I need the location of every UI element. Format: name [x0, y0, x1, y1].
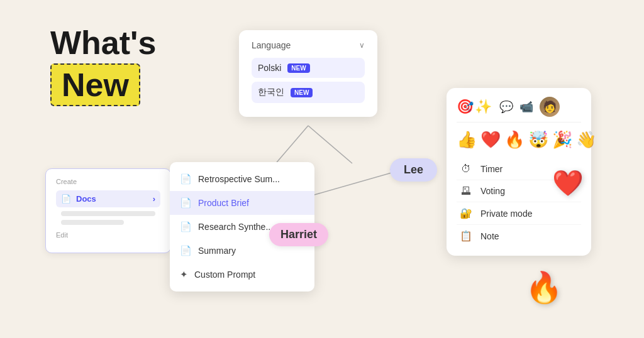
edit-section-label: Edit — [56, 231, 160, 239]
new-tag-polski: NEW — [287, 63, 309, 73]
reaction-wave[interactable]: 👋 — [576, 130, 596, 150]
arrow-icon: › — [153, 194, 155, 204]
floating-heart: ❤️ — [552, 168, 584, 198]
language-card: Language ∨ Polski NEW 한국인 NEW — [239, 30, 377, 117]
docs-label: Docs — [76, 194, 96, 204]
reactions-row: 👍 ❤️ 🔥 🤯 🎉 👋 — [457, 130, 581, 150]
chat-icon[interactable]: 💬 — [499, 100, 513, 114]
placeholder-2 — [61, 220, 124, 225]
language-text-korean: 한국인 — [258, 87, 284, 98]
whats-new-section: What's New — [50, 25, 156, 106]
svg-line-1 — [308, 126, 352, 163]
note-icon: 📋 — [459, 230, 473, 242]
video-icon[interactable]: 📹 — [519, 100, 533, 114]
harriet-bubble: Harriet — [269, 223, 328, 246]
new-badge: New — [50, 63, 140, 106]
lock-icon: 🔐 — [459, 207, 473, 219]
language-label: Language — [252, 40, 291, 50]
tool-label-private: Private mode — [480, 209, 532, 219]
create-section-label: Create — [56, 178, 160, 185]
menu-text-retrospective: Retrospective Sum... — [198, 174, 280, 184]
doc-icon-2: 📄 — [180, 197, 192, 209]
tool-label-note: Note — [480, 231, 499, 241]
reaction-heart[interactable]: ❤️ — [480, 130, 501, 150]
placeholder-1 — [61, 211, 155, 216]
tool-label-timer: Timer — [480, 164, 502, 174]
create-panel: Create 📄 Docs › Edit — [45, 168, 171, 253]
chevron-down-icon[interactable]: ∨ — [359, 41, 365, 50]
reaction-fire[interactable]: 🔥 — [504, 130, 525, 150]
language-item-korean[interactable]: 한국인 NEW — [252, 82, 365, 103]
avatar[interactable]: 🧑 — [540, 97, 560, 117]
menu-item-product-brief[interactable]: 📄 Product Brief — [170, 191, 314, 215]
edit-section: Edit — [56, 231, 160, 239]
tool-label-voting: Voting — [480, 186, 505, 196]
lee-bubble: Lee — [390, 158, 437, 182]
voting-icon: 🗳 — [459, 185, 473, 197]
tool-item-note[interactable]: 📋 Note — [457, 225, 581, 247]
language-text-polski: Polski — [258, 63, 281, 73]
doc-icon-1: 📄 — [180, 173, 192, 185]
menu-item-retrospective[interactable]: 📄 Retrospective Sum... — [170, 167, 314, 191]
reaction-thumbsup[interactable]: 👍 — [457, 130, 477, 150]
svg-line-2 — [314, 170, 402, 195]
right-panel-header: 🎯✨ 💬 📹 🧑 — [457, 97, 581, 123]
menu-item-custom-prompt[interactable]: ✦ Custom Prompt — [170, 263, 314, 286]
timer-icon: ⏱ — [459, 163, 473, 175]
floating-fire: 🔥 — [525, 270, 563, 305]
reaction-party[interactable]: 🎉 — [552, 130, 572, 150]
menu-text-summary: Summary — [198, 246, 236, 256]
reaction-explode[interactable]: 🤯 — [528, 130, 548, 150]
doc-icon-4: 📄 — [180, 245, 192, 256]
sparkle-icon: ✦ — [180, 269, 188, 280]
language-item-polski[interactable]: Polski NEW — [252, 58, 365, 78]
menu-text-research: Research Synthe... — [198, 222, 273, 232]
docs-icon: 📄 — [61, 194, 71, 204]
tool-item-private[interactable]: 🔐 Private mode — [457, 202, 581, 225]
menu-text-custom-prompt: Custom Prompt — [194, 270, 255, 280]
menu-text-product-brief: Product Brief — [198, 198, 249, 208]
new-tag-korean: NEW — [291, 88, 313, 97]
language-header: Language ∨ — [252, 40, 365, 50]
whats-text: What's — [50, 25, 156, 61]
doc-icon-3: 📄 — [180, 221, 192, 232]
docs-item[interactable]: 📄 Docs › — [56, 190, 160, 207]
emoji-activity-icon: 🎯✨ — [457, 99, 493, 115]
